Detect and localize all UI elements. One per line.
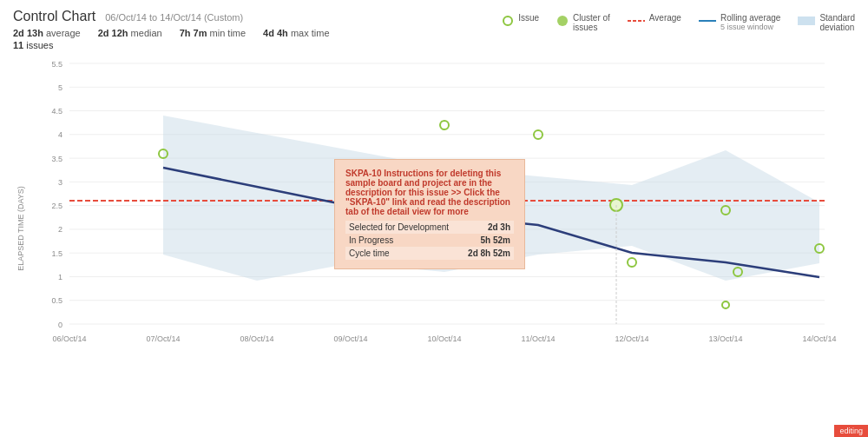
svg-text:4: 4	[58, 130, 62, 139]
svg-text:3.5: 3.5	[51, 155, 62, 163]
table-row: Cycle time 2d 8h 52m	[345, 247, 514, 260]
svg-text:ELAPSED TIME (DAYS): ELAPSED TIME (DAYS)	[16, 186, 25, 271]
svg-text:2.5: 2.5	[51, 202, 62, 210]
legend-item-issue: Issue	[502, 13, 539, 29]
svg-point-1	[557, 16, 568, 26]
rolling-sublabel: 5 issue window	[720, 23, 781, 31]
data-point[interactable]	[722, 301, 729, 308]
svg-text:11/Oct/14: 11/Oct/14	[521, 334, 555, 343]
data-point[interactable]	[440, 121, 449, 129]
svg-text:06/Oct/14: 06/Oct/14	[52, 334, 86, 343]
title-area: Control Chart 06/Oct/14 to 14/Oct/14 (Cu…	[13, 9, 330, 50]
tooltip-table: Selected for Development 2d 3h In Progre…	[345, 221, 514, 260]
maxtime-label: max time	[291, 28, 330, 38]
legend: Issue Cluster ofissues Average	[502, 9, 855, 32]
legend-issue-label: Issue	[518, 13, 539, 23]
rolling-icon	[699, 15, 716, 29]
svg-text:2: 2	[58, 225, 62, 234]
data-point[interactable]	[628, 258, 636, 267]
legend-item-average: Average	[628, 13, 681, 29]
row-value: 2d 3h	[461, 221, 514, 234]
svg-text:14/Oct/14: 14/Oct/14	[802, 334, 836, 343]
stats-row: 2d 13h average 2d 12h median 7h 7m min t…	[13, 28, 330, 38]
cluster-icon	[556, 15, 569, 29]
stddev-icon	[798, 15, 815, 29]
average-value: 2d 13h	[13, 28, 43, 38]
legend-average-label: Average	[649, 13, 681, 23]
svg-rect-4	[798, 17, 815, 25]
header: Control Chart 06/Oct/14 to 14/Oct/14 (Cu…	[0, 0, 868, 55]
page: Control Chart 06/Oct/14 to 14/Oct/14 (Cu…	[0, 0, 868, 437]
svg-text:1: 1	[58, 273, 62, 281]
median-label: median	[131, 28, 162, 38]
median-value: 2d 12h	[98, 28, 128, 38]
svg-text:0.5: 0.5	[51, 296, 62, 305]
tooltip: SKPA-10 Instructions for deleting this s…	[334, 159, 525, 269]
svg-text:0: 0	[58, 321, 62, 329]
date-range: 06/Oct/14 to 14/Oct/14 (Custom)	[105, 12, 243, 23]
chart-container: ELAPSED TIME (DAYS) 5.5 5 4.5 4	[13, 55, 855, 367]
average-icon	[628, 15, 645, 29]
legend-item-cluster: Cluster ofissues	[556, 13, 610, 32]
table-row: Selected for Development 2d 3h	[345, 221, 514, 234]
stat-average: 2d 13h average	[13, 28, 81, 38]
svg-text:07/Oct/14: 07/Oct/14	[146, 334, 180, 343]
issues-label: issues	[26, 40, 53, 50]
mintime-value: 7h 7m	[180, 28, 207, 38]
svg-text:13/Oct/14: 13/Oct/14	[708, 334, 742, 343]
svg-text:09/Oct/14: 09/Oct/14	[333, 334, 367, 343]
issues-row: 11 issues	[13, 40, 330, 50]
table-row: In Progress 5h 52m	[345, 234, 514, 247]
svg-text:3: 3	[58, 178, 62, 187]
row-value: 5h 52m	[461, 234, 514, 247]
legend-cluster-label: Cluster ofissues	[573, 13, 610, 32]
legend-item-stddev: Standarddeviation	[798, 13, 855, 32]
svg-text:1.5: 1.5	[51, 249, 62, 258]
issues-count: 11	[13, 40, 23, 50]
row-label: Cycle time	[345, 247, 461, 260]
stat-mintime: 7h 7m min time	[180, 28, 246, 38]
title-row: Control Chart 06/Oct/14 to 14/Oct/14 (Cu…	[13, 9, 330, 24]
svg-point-0	[503, 17, 512, 25]
issue-icon	[502, 15, 514, 29]
svg-text:08/Oct/14: 08/Oct/14	[240, 334, 273, 343]
svg-text:12/Oct/14: 12/Oct/14	[615, 334, 648, 343]
tooltip-title[interactable]: SKPA-10 Instructions for deleting this s…	[345, 169, 514, 216]
legend-item-rolling: Rolling average 5 issue window	[699, 13, 781, 31]
svg-text:10/Oct/14: 10/Oct/14	[427, 334, 461, 343]
stat-median: 2d 12h median	[98, 28, 162, 38]
tooltip-issue-id[interactable]: SKPA-10	[345, 169, 382, 178]
svg-text:5.5: 5.5	[51, 60, 62, 69]
editing-bar: editing	[834, 425, 868, 437]
legend-stddev-label: Standarddeviation	[819, 13, 855, 32]
mintime-label: min time	[210, 28, 247, 38]
maxtime-value: 4d 4h	[263, 28, 288, 38]
stat-maxtime: 4d 4h max time	[263, 28, 329, 38]
row-label: In Progress	[345, 234, 461, 247]
chart-title: Control Chart	[13, 9, 95, 23]
rolling-label-text: Rolling average	[720, 13, 781, 23]
svg-text:5: 5	[58, 83, 62, 92]
row-value: 2d 8h 52m	[461, 247, 514, 260]
row-label: Selected for Development	[345, 221, 461, 234]
svg-text:4.5: 4.5	[51, 107, 62, 116]
average-label: average	[46, 28, 81, 38]
rolling-label: Rolling average 5 issue window	[720, 13, 781, 31]
